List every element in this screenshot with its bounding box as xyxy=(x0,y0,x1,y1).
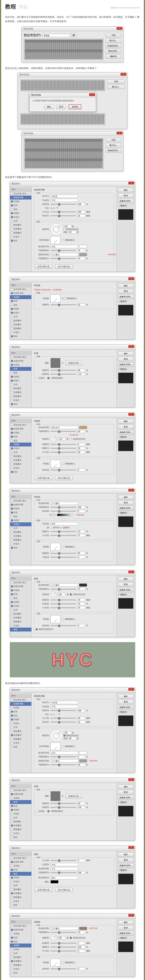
dialog-message: ⚠ 是否用"等高线"中的等高线替换当前的等高线？ xyxy=(32,99,94,102)
layer-style-stroke: 图层样式× 样式 混合选项: 默认 斜面和浮雕 等高线 纹理 描边 内阴影 内发… xyxy=(10,846,135,908)
style-list: 样式 混合选项: 默认 斜面和浮雕 等高线 纹理 描边 内阴影 内发光 光泽 颜… xyxy=(10,186,32,272)
close-icon[interactable]: × xyxy=(116,27,123,30)
sh-color-swatch[interactable] xyxy=(79,253,87,256)
title-main: 教程 xyxy=(5,3,16,10)
result-preview-1: HYC xyxy=(10,642,135,678)
panel-title: 斜面和浮雕 xyxy=(34,188,114,191)
preset-manager-dialog-window: 预设管理器× 预设管理器× ⚠ 是否用"等高线"中的等高线替换当前的等高线？ 确… xyxy=(18,72,127,129)
size-slider[interactable] xyxy=(51,212,76,212)
layer-style-inner-shadow: 图层样式× 样式 混合选项: 默认 斜面和浮雕 等高线 纹理 描边 内阴影 内发… xyxy=(10,412,135,483)
append-button[interactable]: 追加(A) xyxy=(69,105,81,109)
load-button[interactable]: 载入(L)... xyxy=(106,38,121,43)
preset-manager-window: 预设管理器 × 预设类型(P): 等高线 ⚙ 完成 载入(L)... 存储设置(… xyxy=(22,27,123,62)
close-icon[interactable]: × xyxy=(128,413,134,416)
style-item[interactable]: 光泽 xyxy=(10,219,31,223)
style-item[interactable]: 内发光 xyxy=(10,215,31,219)
layer-style-drop-shadow: 图层样式× 样式 混合选项: 默认 斜面和浮雕 等高线 纹理 描边 内阴影 内发… xyxy=(10,570,135,637)
style-item[interactable]: 投影 xyxy=(10,239,31,243)
close-icon[interactable]: × xyxy=(116,132,123,134)
style-item[interactable]: 颜色叠加 xyxy=(10,223,31,227)
depth-input[interactable] xyxy=(77,203,85,206)
close-icon[interactable]: × xyxy=(128,345,134,348)
save-button[interactable]: 存储设置(S)... xyxy=(106,44,121,48)
depth-slider[interactable] xyxy=(51,204,76,205)
intro-text: 现在开始，我们要在文字表面制作棒球纹理效果。但首先，为了下面添加图层样式的方便，… xyxy=(5,15,140,24)
window-titlebar: 预设管理器 × xyxy=(22,27,123,31)
save-button[interactable]: 存储设置(S)... xyxy=(106,148,121,153)
angle-dial[interactable] xyxy=(51,223,62,235)
close-icon[interactable]: × xyxy=(128,571,134,573)
style-item[interactable]: 内阴影 xyxy=(10,211,31,215)
contour-picker[interactable] xyxy=(51,294,61,302)
contour-grid-full[interactable] xyxy=(24,138,104,169)
gloss-contour[interactable] xyxy=(51,236,61,244)
snap-button[interactable]: 贴紧原点(A) xyxy=(65,361,82,365)
done-button[interactable]: 完成 xyxy=(106,138,121,142)
sh-mode-select[interactable]: 正片叠底 xyxy=(51,253,78,256)
close-icon[interactable]: × xyxy=(128,277,134,280)
load-button[interactable]: 载入(L)... xyxy=(106,143,121,147)
style-select[interactable]: 内斜面 xyxy=(51,195,78,198)
cancel-button[interactable]: 取消 xyxy=(56,105,66,109)
contour-grid[interactable] xyxy=(24,38,104,60)
hl-color-swatch[interactable] xyxy=(79,245,87,248)
style-item[interactable]: 图案叠加 xyxy=(10,231,31,235)
style-item[interactable]: 混合选项: 默认 xyxy=(10,192,31,196)
set-default-button[interactable]: 设置为默认值 xyxy=(35,264,52,269)
gear-icon[interactable]: ⚙ xyxy=(71,33,76,38)
close-icon[interactable]: × xyxy=(128,489,134,492)
preview-box xyxy=(118,209,134,220)
preset-manager-result: 预设管理器× 完成 载入(L)... 存储设置(S)... xyxy=(22,131,123,171)
delete-button[interactable]: 删除(D) xyxy=(106,54,121,59)
layer-style-bevel-2: 图层样式× 样式 混合选项: 默认 斜面和浮雕 等高线 纹理 描边 内阴影 内发… xyxy=(10,687,135,773)
new-style-button[interactable]: 新建样式(W)... xyxy=(118,199,134,203)
section4-text: 然后右键stroke图层添加图层样式。 xyxy=(5,681,140,685)
done-button[interactable]: 完成 xyxy=(107,80,125,84)
layer-style-bevel: 图层样式× 样式 混合选项: 默认 斜面和浮雕 等高线 纹理 描边 内阴影 内发… xyxy=(10,181,135,272)
cancel-button[interactable]: 取消 xyxy=(118,194,134,198)
method-select[interactable]: 平滑 xyxy=(51,199,78,202)
preset-type-select[interactable]: 等高线 xyxy=(43,34,70,37)
hl-mode-select[interactable]: 滤色 xyxy=(51,245,78,248)
soften-input[interactable] xyxy=(77,215,85,217)
close-icon[interactable]: × xyxy=(89,93,95,96)
section3-text: 然后参考下面数据对字体"HYC"应用图层样式。 xyxy=(5,175,140,179)
load-button[interactable]: 载入(L)... xyxy=(107,85,125,89)
soften-slider[interactable] xyxy=(51,215,76,216)
ok-button[interactable]: 确定 xyxy=(44,105,54,109)
rename-button[interactable]: 重命名(R)... xyxy=(106,49,121,53)
style-item[interactable]: 渐变叠加 xyxy=(10,227,31,231)
style-item-bevel[interactable]: 斜面和浮雕 xyxy=(10,196,31,199)
preset-type-label: 预设类型(P): xyxy=(24,33,41,37)
close-icon[interactable]: × xyxy=(128,778,134,781)
style-item[interactable]: 等高线 xyxy=(10,199,31,204)
angle-input[interactable] xyxy=(64,225,71,228)
layer-style-texture: 图层样式× 样式 混合选项: 默认 斜面和浮雕 等高线 纹理 描边 内阴影 内发… xyxy=(10,345,135,407)
style-item[interactable]: 纹理 xyxy=(10,204,31,207)
size-input[interactable] xyxy=(77,210,85,213)
layer-style-texture-2: 图层样式× 样式 混合选项: 默认 斜面和浮雕 等高线 纹理 描边 内阴影 内发… xyxy=(10,778,135,841)
pattern-picker[interactable] xyxy=(51,358,61,368)
close-icon[interactable]: × xyxy=(128,688,134,691)
close-icon[interactable]: × xyxy=(128,914,134,917)
close-icon[interactable]: × xyxy=(121,73,126,76)
layer-style-inner-glow: 图层样式× 样式 混合选项: 默认 斜面和浮雕 等高线 纹理 描边 内阴影 内发… xyxy=(10,488,135,565)
done-button[interactable]: 完成 xyxy=(106,33,121,37)
section2-text: 然后点击右上角的按钮，选择等高线，在弹出的对话框中选择追加，这样就能人等高线了。 xyxy=(5,66,140,70)
color-swatch[interactable] xyxy=(79,426,87,429)
title-sub: 开始 xyxy=(18,4,28,10)
ok-button[interactable]: 确定 xyxy=(118,188,134,192)
style-item[interactable]: 外发光 xyxy=(10,235,31,239)
layer-style-contour: 图层样式× 样式 混合选项: 默认 斜面和浮雕 等高线 纹理 描边 内阴影 内发… xyxy=(10,277,135,340)
close-icon[interactable]: × xyxy=(128,182,134,185)
layer-style-inner-shadow-2: 图层样式× 样式 混合选项: 默认 斜面和浮雕 等高线 纹理 描边 内阴影 内发… xyxy=(10,913,135,977)
style-item[interactable]: 描边 xyxy=(10,207,31,211)
close-icon[interactable]: × xyxy=(128,846,134,849)
confirm-dialog: 预设管理器× ⚠ 是否用"等高线"中的等高线替换当前的等高线？ 确定 取消 追加… xyxy=(29,93,96,112)
reset-default-button[interactable]: 复位为默认值 xyxy=(55,264,73,269)
